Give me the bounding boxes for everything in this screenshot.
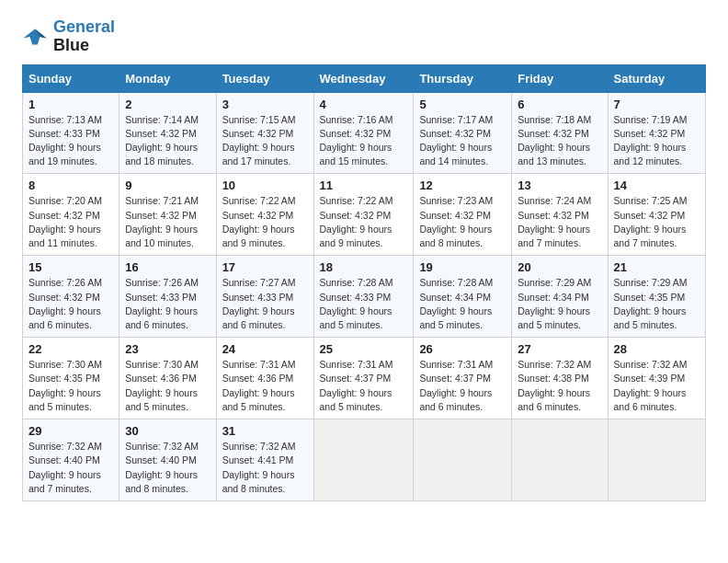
calendar-week-1: 1Sunrise: 7:13 AMSunset: 4:33 PMDaylight… xyxy=(23,92,706,174)
logo: GeneralBlue xyxy=(22,18,115,55)
day-info: Sunrise: 7:27 AMSunset: 4:33 PMDaylight:… xyxy=(222,276,308,332)
day-info: Sunrise: 7:19 AMSunset: 4:32 PMDaylight:… xyxy=(614,113,700,169)
day-number: 7 xyxy=(614,98,700,111)
day-number: 28 xyxy=(614,342,700,356)
day-number: 19 xyxy=(419,260,506,274)
day-number: 17 xyxy=(222,260,308,274)
day-number: 10 xyxy=(222,178,308,192)
calendar-cell: 20Sunrise: 7:29 AMSunset: 4:34 PMDayligh… xyxy=(512,256,608,338)
day-number: 14 xyxy=(614,178,700,192)
calendar-cell: 5Sunrise: 7:17 AMSunset: 4:32 PMDaylight… xyxy=(414,92,512,174)
calendar-cell xyxy=(414,419,512,501)
day-info: Sunrise: 7:29 AMSunset: 4:34 PMDaylight:… xyxy=(518,276,601,332)
day-info: Sunrise: 7:32 AMSunset: 4:40 PMDaylight:… xyxy=(28,440,113,496)
calendar-cell: 8Sunrise: 7:20 AMSunset: 4:32 PMDaylight… xyxy=(23,174,119,256)
calendar-table: SundayMondayTuesdayWednesdayThursdayFrid… xyxy=(22,64,706,501)
day-info: Sunrise: 7:25 AMSunset: 4:32 PMDaylight:… xyxy=(614,194,700,250)
calendar-cell: 22Sunrise: 7:30 AMSunset: 4:35 PMDayligh… xyxy=(23,338,119,419)
day-number: 4 xyxy=(320,98,408,111)
logo-icon xyxy=(22,24,48,50)
day-info: Sunrise: 7:26 AMSunset: 4:33 PMDaylight:… xyxy=(125,276,210,332)
calendar-header: SundayMondayTuesdayWednesdayThursdayFrid… xyxy=(23,64,706,92)
weekday-header-saturday: Saturday xyxy=(608,64,706,92)
day-info: Sunrise: 7:22 AMSunset: 4:32 PMDaylight:… xyxy=(320,194,408,250)
day-number: 5 xyxy=(419,98,506,111)
calendar-cell: 24Sunrise: 7:31 AMSunset: 4:36 PMDayligh… xyxy=(216,338,313,419)
calendar-cell: 3Sunrise: 7:15 AMSunset: 4:32 PMDaylight… xyxy=(216,92,313,174)
day-info: Sunrise: 7:26 AMSunset: 4:32 PMDaylight:… xyxy=(28,276,113,332)
calendar-cell: 9Sunrise: 7:21 AMSunset: 4:32 PMDaylight… xyxy=(119,174,216,256)
calendar-cell: 29Sunrise: 7:32 AMSunset: 4:40 PMDayligh… xyxy=(23,419,119,501)
calendar-cell: 18Sunrise: 7:28 AMSunset: 4:33 PMDayligh… xyxy=(313,256,414,338)
calendar-cell: 12Sunrise: 7:23 AMSunset: 4:32 PMDayligh… xyxy=(414,174,512,256)
weekday-header-wednesday: Wednesday xyxy=(313,64,414,92)
calendar-cell: 15Sunrise: 7:26 AMSunset: 4:32 PMDayligh… xyxy=(23,256,119,338)
day-number: 22 xyxy=(28,342,113,356)
day-info: Sunrise: 7:23 AMSunset: 4:32 PMDaylight:… xyxy=(419,194,506,250)
day-info: Sunrise: 7:18 AMSunset: 4:32 PMDaylight:… xyxy=(518,113,601,169)
calendar-cell: 13Sunrise: 7:24 AMSunset: 4:32 PMDayligh… xyxy=(512,174,608,256)
day-number: 27 xyxy=(518,342,601,356)
day-info: Sunrise: 7:32 AMSunset: 4:41 PMDaylight:… xyxy=(222,440,308,496)
day-number: 16 xyxy=(125,260,210,274)
calendar-cell: 26Sunrise: 7:31 AMSunset: 4:37 PMDayligh… xyxy=(414,338,512,419)
weekday-header-tuesday: Tuesday xyxy=(216,64,313,92)
calendar-week-2: 8Sunrise: 7:20 AMSunset: 4:32 PMDaylight… xyxy=(23,174,706,256)
calendar-cell: 17Sunrise: 7:27 AMSunset: 4:33 PMDayligh… xyxy=(216,256,313,338)
day-info: Sunrise: 7:14 AMSunset: 4:32 PMDaylight:… xyxy=(125,113,210,169)
calendar-cell: 27Sunrise: 7:32 AMSunset: 4:38 PMDayligh… xyxy=(512,338,608,419)
day-info: Sunrise: 7:16 AMSunset: 4:32 PMDaylight:… xyxy=(320,113,408,169)
logo-text: GeneralBlue xyxy=(53,18,115,55)
day-info: Sunrise: 7:32 AMSunset: 4:40 PMDaylight:… xyxy=(125,440,210,496)
day-info: Sunrise: 7:13 AMSunset: 4:33 PMDaylight:… xyxy=(28,113,113,169)
day-info: Sunrise: 7:30 AMSunset: 4:35 PMDaylight:… xyxy=(28,358,113,414)
calendar-week-3: 15Sunrise: 7:26 AMSunset: 4:32 PMDayligh… xyxy=(23,256,706,338)
weekday-header-sunday: Sunday xyxy=(23,64,119,92)
calendar-cell: 31Sunrise: 7:32 AMSunset: 4:41 PMDayligh… xyxy=(216,419,313,501)
weekday-header-friday: Friday xyxy=(512,64,608,92)
calendar-week-5: 29Sunrise: 7:32 AMSunset: 4:40 PMDayligh… xyxy=(23,419,706,501)
day-number: 30 xyxy=(125,424,210,438)
day-info: Sunrise: 7:20 AMSunset: 4:32 PMDaylight:… xyxy=(28,194,113,250)
day-number: 25 xyxy=(320,342,408,356)
calendar-cell: 21Sunrise: 7:29 AMSunset: 4:35 PMDayligh… xyxy=(608,256,706,338)
calendar-cell xyxy=(313,419,414,501)
day-number: 13 xyxy=(518,178,601,192)
calendar-cell: 23Sunrise: 7:30 AMSunset: 4:36 PMDayligh… xyxy=(119,338,216,419)
day-number: 15 xyxy=(28,260,113,274)
weekday-header-thursday: Thursday xyxy=(414,64,512,92)
calendar-cell: 7Sunrise: 7:19 AMSunset: 4:32 PMDaylight… xyxy=(608,92,706,174)
calendar-cell: 19Sunrise: 7:28 AMSunset: 4:34 PMDayligh… xyxy=(414,256,512,338)
day-number: 12 xyxy=(419,178,506,192)
weekday-row: SundayMondayTuesdayWednesdayThursdayFrid… xyxy=(23,64,706,92)
day-number: 6 xyxy=(518,98,601,111)
calendar-cell: 1Sunrise: 7:13 AMSunset: 4:33 PMDaylight… xyxy=(23,92,119,174)
calendar-cell xyxy=(512,419,608,501)
day-number: 21 xyxy=(614,260,700,274)
day-info: Sunrise: 7:32 AMSunset: 4:39 PMDaylight:… xyxy=(614,358,700,414)
day-info: Sunrise: 7:24 AMSunset: 4:32 PMDaylight:… xyxy=(518,194,601,250)
day-info: Sunrise: 7:31 AMSunset: 4:36 PMDaylight:… xyxy=(222,358,308,414)
calendar-cell: 30Sunrise: 7:32 AMSunset: 4:40 PMDayligh… xyxy=(119,419,216,501)
day-number: 20 xyxy=(518,260,601,274)
weekday-header-monday: Monday xyxy=(119,64,216,92)
day-info: Sunrise: 7:31 AMSunset: 4:37 PMDaylight:… xyxy=(320,358,408,414)
day-number: 9 xyxy=(125,178,210,192)
day-info: Sunrise: 7:28 AMSunset: 4:33 PMDaylight:… xyxy=(320,276,408,332)
day-number: 1 xyxy=(28,98,113,111)
day-number: 29 xyxy=(28,424,113,438)
calendar-cell: 4Sunrise: 7:16 AMSunset: 4:32 PMDaylight… xyxy=(313,92,414,174)
day-info: Sunrise: 7:22 AMSunset: 4:32 PMDaylight:… xyxy=(222,194,308,250)
day-info: Sunrise: 7:21 AMSunset: 4:32 PMDaylight:… xyxy=(125,194,210,250)
page-header: GeneralBlue xyxy=(22,18,706,55)
day-number: 11 xyxy=(320,178,408,192)
day-number: 18 xyxy=(320,260,408,274)
calendar-cell: 16Sunrise: 7:26 AMSunset: 4:33 PMDayligh… xyxy=(119,256,216,338)
calendar-cell: 2Sunrise: 7:14 AMSunset: 4:32 PMDaylight… xyxy=(119,92,216,174)
calendar-body: 1Sunrise: 7:13 AMSunset: 4:33 PMDaylight… xyxy=(23,92,706,500)
calendar-week-4: 22Sunrise: 7:30 AMSunset: 4:35 PMDayligh… xyxy=(23,338,706,419)
day-info: Sunrise: 7:32 AMSunset: 4:38 PMDaylight:… xyxy=(518,358,601,414)
day-number: 3 xyxy=(222,98,308,111)
calendar-cell: 11Sunrise: 7:22 AMSunset: 4:32 PMDayligh… xyxy=(313,174,414,256)
day-info: Sunrise: 7:15 AMSunset: 4:32 PMDaylight:… xyxy=(222,113,308,169)
